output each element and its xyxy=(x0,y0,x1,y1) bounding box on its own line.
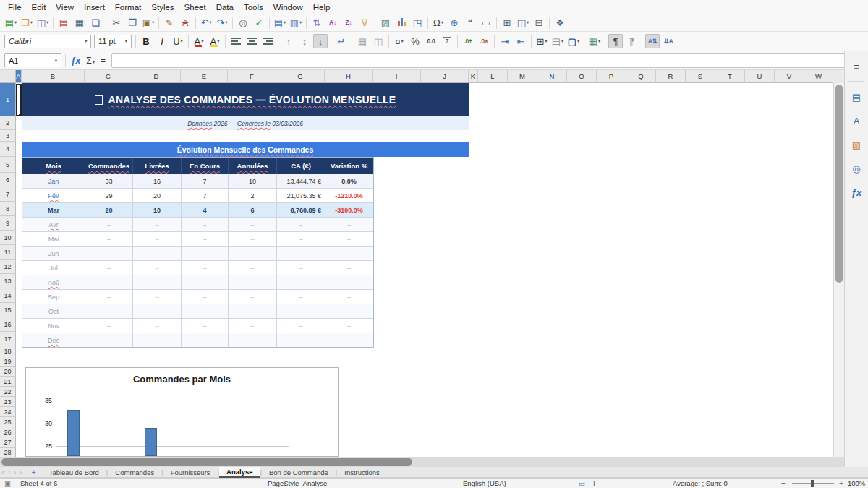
cell-variation[interactable]: -1210.0% xyxy=(326,188,373,202)
row-header-12[interactable]: 12 xyxy=(0,260,16,274)
delete-decimal-place-icon[interactable]: .0× xyxy=(477,34,491,48)
background-color-icon[interactable]: ▢▾ xyxy=(566,34,581,48)
align-right-icon[interactable] xyxy=(260,34,275,48)
cell-commandes[interactable]: – xyxy=(85,231,133,246)
dropdown-arrow-icon[interactable]: ▾ xyxy=(545,38,547,44)
report-subtitle-cell[interactable]: Données 2026 — Générées le 03/03/2026 xyxy=(22,116,469,130)
dropdown-arrow-icon[interactable]: ▾ xyxy=(14,20,17,25)
column-header-Q[interactable]: Q xyxy=(626,70,656,83)
cell-annulees[interactable]: – xyxy=(229,260,277,275)
row-header-19[interactable]: 19 xyxy=(0,356,16,367)
row-header-4[interactable]: 4 xyxy=(0,142,16,157)
dropdown-arrow-icon[interactable]: ▾ xyxy=(30,20,33,25)
sort-descending-icon[interactable]: Z↓ xyxy=(341,15,356,30)
cell-livrees[interactable]: – xyxy=(133,275,182,289)
row-header-20[interactable]: 20 xyxy=(0,367,16,377)
decrease-indent-icon[interactable]: ⇤ xyxy=(514,34,528,48)
cell-annulees[interactable]: 2 xyxy=(229,188,277,202)
menu-format[interactable]: Format xyxy=(110,1,146,13)
cell-annulees[interactable]: – xyxy=(229,333,277,347)
cell-mois[interactable]: Déc xyxy=(22,333,85,347)
row-header-5[interactable]: 5 xyxy=(0,157,16,173)
insert-comment-icon[interactable]: ❝ xyxy=(463,15,477,30)
dropdown-arrow-icon[interactable]: ▾ xyxy=(441,20,443,25)
cell-livrees[interactable]: – xyxy=(133,260,182,275)
row-header-22[interactable]: 22 xyxy=(0,387,16,397)
formula-input[interactable] xyxy=(111,53,862,68)
cell-livrees[interactable]: – xyxy=(133,246,182,260)
dropdown-arrow-icon[interactable]: ▾ xyxy=(209,20,211,25)
cell-commandes[interactable]: 29 xyxy=(85,188,133,202)
cell-annulees[interactable]: – xyxy=(229,289,277,304)
row-header-10[interactable]: 10 xyxy=(0,231,16,245)
select-function-icon[interactable]: Σ▾ xyxy=(86,56,95,66)
cell-mois[interactable]: Jun xyxy=(22,246,85,260)
cell-variation[interactable]: -3100.0% xyxy=(326,202,373,217)
cell-commandes[interactable]: 33 xyxy=(85,174,133,188)
dropdown-arrow-icon[interactable]: ▾ xyxy=(527,20,529,25)
font-color-icon[interactable]: A▾ xyxy=(192,34,206,48)
cell-ca[interactable]: – xyxy=(277,260,326,275)
dropdown-arrow-icon[interactable]: ▾ xyxy=(577,38,579,44)
dropdown-arrow-icon[interactable]: ▾ xyxy=(284,20,286,25)
new-document-icon[interactable]: ▤▾ xyxy=(4,15,18,30)
cell-livrees[interactable]: 20 xyxy=(133,188,182,202)
menu-insert[interactable]: Insert xyxy=(79,1,110,13)
row-header-3[interactable]: 3 xyxy=(0,130,16,142)
bold-icon[interactable]: B xyxy=(139,34,153,48)
insert-chart-icon[interactable] xyxy=(394,15,409,30)
previous-sheet-icon[interactable]: ‹ xyxy=(9,468,11,476)
zoom-slider-thumb[interactable] xyxy=(811,480,814,487)
column-header-P[interactable]: P xyxy=(597,70,626,83)
clone-formatting-icon[interactable]: ✎ xyxy=(162,15,176,30)
cell-mois[interactable]: Avr xyxy=(22,217,85,231)
row-header-23[interactable]: 23 xyxy=(0,397,16,407)
function-wizard-icon[interactable]: ƒx xyxy=(71,56,80,66)
highlighting-color-icon[interactable]: A▾ xyxy=(208,34,222,48)
align-left-icon[interactable] xyxy=(229,34,243,48)
insert-object-icon[interactable]: ◳ xyxy=(410,15,425,30)
cell-annulees[interactable]: – xyxy=(229,304,277,318)
row-header-24[interactable]: 24 xyxy=(0,407,16,417)
table-header-commandes[interactable]: Commandes xyxy=(85,158,133,174)
print-icon[interactable]: ▦ xyxy=(72,15,87,30)
cell-mois[interactable]: Jan xyxy=(22,174,85,188)
menu-sheet[interactable]: Sheet xyxy=(179,1,211,13)
column-header-K[interactable]: K xyxy=(469,70,478,83)
sheet-tab-bon-de-commande[interactable]: Bon de Commande xyxy=(262,468,336,477)
cell-commandes[interactable]: – xyxy=(85,217,133,231)
clear-formatting-icon[interactable]: A xyxy=(178,15,192,30)
row-header-1[interactable]: 1 xyxy=(0,83,16,116)
column-header-A[interactable]: A xyxy=(16,70,22,83)
menu-edit[interactable]: Edit xyxy=(27,1,51,13)
merge-and-center-cells-icon[interactable]: ▦ xyxy=(355,34,370,48)
cell-mois[interactable]: Mar xyxy=(22,202,85,217)
cell-ca[interactable]: – xyxy=(277,289,326,304)
cell-variation[interactable]: – xyxy=(326,289,373,304)
underline-icon[interactable]: U▾ xyxy=(171,34,185,48)
row-header-28[interactable]: 28 xyxy=(0,448,16,458)
right-to-left-icon[interactable]: ¶ xyxy=(624,34,639,48)
cell-ca[interactable]: – xyxy=(277,231,326,246)
sheet-tab-fournisseurs[interactable]: Fournisseurs xyxy=(163,468,218,477)
insert-image-icon[interactable]: ▨ xyxy=(378,15,393,30)
center-vertically-icon[interactable]: ↕ xyxy=(297,34,312,48)
cell-en_cours[interactable]: – xyxy=(182,333,229,347)
cell-variation[interactable]: – xyxy=(326,246,373,260)
paste-icon[interactable]: ▣▾ xyxy=(141,15,156,30)
cell-commandes[interactable]: – xyxy=(85,333,133,347)
name-box-dropdown-icon[interactable]: ▾ xyxy=(55,58,57,64)
cell-variation[interactable]: – xyxy=(326,217,373,231)
insert-hyperlink-icon[interactable]: ⊕ xyxy=(447,15,461,30)
row-header-2[interactable]: 2 xyxy=(0,116,16,130)
row-header-9[interactable]: 9 xyxy=(0,216,16,231)
insert-row-icon[interactable]: ▤▾ xyxy=(273,15,287,30)
sheet-tab-instructions[interactable]: Instructions xyxy=(337,468,387,477)
first-sheet-icon[interactable]: « xyxy=(1,468,6,476)
page-style[interactable]: PageStyle_Analyse xyxy=(268,479,327,487)
cell-commandes[interactable]: – xyxy=(85,289,133,304)
column-header-G[interactable]: G xyxy=(276,70,325,83)
font-size-dropdown-icon[interactable]: ▾ xyxy=(125,38,127,44)
cell-commandes[interactable]: – xyxy=(85,246,133,260)
cell-livrees[interactable]: – xyxy=(133,217,182,231)
